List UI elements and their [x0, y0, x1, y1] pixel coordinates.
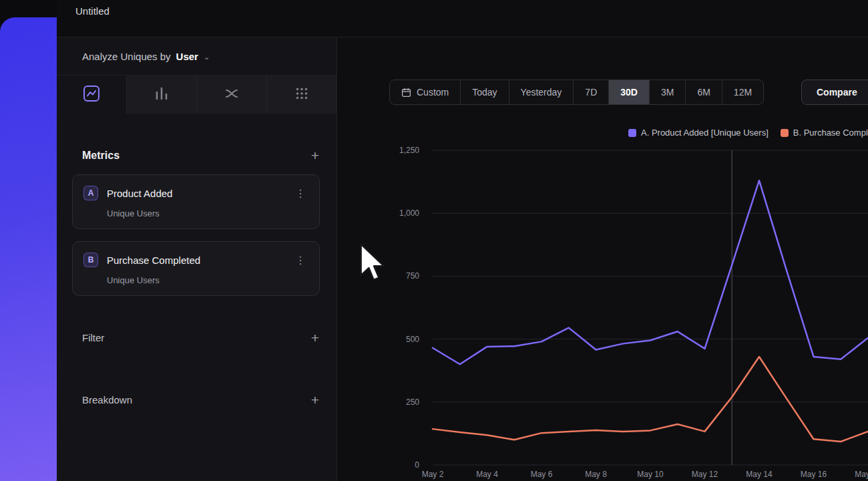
- x-axis-label: May 8: [585, 470, 607, 479]
- chart-panel: CustomTodayYesterday7D30D3M6M12M Compare…: [338, 37, 868, 481]
- tab-flow[interactable]: [196, 75, 266, 114]
- visualization-tabs: [57, 75, 337, 114]
- x-axis-label: May 2: [422, 470, 444, 479]
- filter-label: Filter: [82, 332, 104, 343]
- metric-name: Purchase Completed: [107, 255, 292, 266]
- app-window: Untitled Analyze Uniques by User ⌄: [0, 0, 868, 481]
- tab-line-chart[interactable]: [57, 75, 126, 114]
- analyze-row: Analyze Uniques by User ⌄: [57, 37, 337, 75]
- bar-chart-icon: [154, 86, 170, 104]
- metric-card-b-top: B Purchase Completed ⋮: [83, 253, 308, 267]
- left-gradient-rail: [0, 17, 57, 481]
- x-axis-label: May 18: [855, 470, 868, 479]
- filter-section: Filter +: [82, 331, 319, 345]
- metrics-header: Metrics +: [82, 148, 319, 162]
- y-axis-label: 1,250: [399, 146, 419, 155]
- series-line-b: [433, 357, 868, 442]
- top-bar: Untitled: [57, 0, 868, 37]
- line-chart-icon: [83, 85, 100, 105]
- x-axis-label: May 10: [637, 470, 664, 479]
- metric-name: Product Added: [107, 188, 292, 199]
- y-axis-label: 1,000: [399, 208, 419, 218]
- kebab-menu-icon[interactable]: ⋮: [292, 254, 308, 267]
- metric-grid-icon: [294, 86, 310, 104]
- x-axis-label: May 12: [692, 470, 718, 479]
- x-axis-label: May 14: [746, 470, 773, 479]
- analyze-by-dropdown[interactable]: User: [176, 51, 198, 62]
- trend-line-chart: 02505007501,0001,250May 2May 4May 6May 8…: [338, 37, 868, 481]
- query-sidebar: Analyze Uniques by User ⌄: [57, 37, 337, 481]
- metric-card-a[interactable]: A Product Added ⋮ Unique Users: [72, 174, 320, 229]
- report-title[interactable]: Untitled: [75, 5, 110, 17]
- flow-icon: [224, 86, 240, 104]
- metric-badge-b: B: [83, 253, 98, 267]
- breakdown-section: Breakdown +: [82, 393, 319, 407]
- x-axis-label: May 6: [531, 470, 553, 479]
- metric-badge-a: A: [83, 186, 98, 200]
- tab-bar-chart[interactable]: [126, 75, 196, 114]
- add-metric-button[interactable]: +: [311, 148, 319, 162]
- chevron-down-icon: ⌄: [204, 53, 210, 61]
- metric-count-type[interactable]: Unique Users: [107, 275, 308, 285]
- metrics-title: Metrics: [82, 150, 120, 162]
- y-axis-label: 250: [406, 397, 419, 407]
- analyze-label: Analyze Uniques by: [82, 51, 171, 62]
- x-axis-label: May 16: [801, 470, 827, 479]
- metric-count-type[interactable]: Unique Users: [107, 208, 308, 218]
- add-filter-button[interactable]: +: [311, 331, 319, 345]
- y-axis-label: 750: [406, 271, 419, 281]
- series-line-a: [433, 180, 868, 364]
- add-breakdown-button[interactable]: +: [311, 393, 319, 407]
- metric-card-b[interactable]: B Purchase Completed ⋮ Unique Users: [72, 241, 320, 296]
- metric-card-a-top: A Product Added ⋮: [83, 186, 308, 200]
- x-axis-label: May 4: [476, 470, 498, 479]
- breakdown-label: Breakdown: [82, 394, 132, 406]
- y-axis-label: 0: [415, 460, 419, 470]
- y-axis-label: 500: [406, 335, 419, 344]
- tab-metric-grid[interactable]: [266, 75, 337, 114]
- kebab-menu-icon[interactable]: ⋮: [292, 187, 308, 200]
